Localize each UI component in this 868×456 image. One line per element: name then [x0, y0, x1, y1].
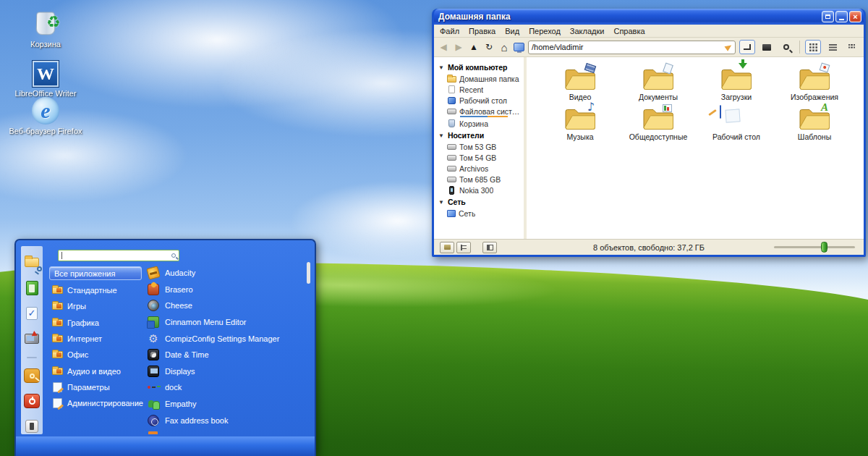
category-games[interactable]: Игры: [49, 298, 142, 314]
expander-icon[interactable]: ▼: [438, 64, 444, 71]
desktop-icon: [448, 97, 456, 104]
app-cinnamon-menu-editor[interactable]: Cinnamon Menu Editor: [148, 314, 305, 331]
sidebar-section-devices[interactable]: ▼Носители: [437, 129, 522, 141]
file-item-downloads[interactable]: Загрузки: [697, 64, 775, 101]
up-button[interactable]: ▲: [468, 43, 480, 51]
menu-edit[interactable]: Правка: [469, 27, 495, 35]
desktop-folder-icon: [720, 105, 721, 119]
open-terminal-button[interactable]: [759, 40, 775, 54]
sidebar-item-volume[interactable]: Том 53 GB: [437, 141, 522, 152]
category-internet[interactable]: Интернет: [49, 331, 142, 347]
disk-icon: [447, 144, 456, 150]
power-glyph: [29, 398, 35, 405]
app-date-time[interactable]: Date & Time: [148, 347, 305, 363]
file-view[interactable]: Видео Документы Загрузки Изображения: [527, 57, 864, 239]
sidebar-item-recent[interactable]: Recent: [437, 84, 522, 95]
desktop-icon-trash[interactable]: ♻ Корзина: [6, 9, 85, 48]
menu-file[interactable]: Файл: [440, 27, 459, 35]
minimize-button[interactable]: [835, 11, 848, 22]
menu-scrollbar[interactable]: [307, 262, 310, 284]
location-entry[interactable]: /home/vladimir: [528, 41, 736, 54]
category-administration[interactable]: Администрирование: [49, 395, 142, 411]
close-button[interactable]: ×: [849, 11, 861, 22]
expander-icon[interactable]: ▼: [438, 132, 444, 139]
sidebar-section-network[interactable]: ▼Сеть: [437, 195, 522, 208]
desktop-icon-writer[interactable]: W LibreOffice Writer: [6, 61, 85, 98]
file-item-templates[interactable]: A Шаблоны: [775, 104, 854, 141]
back-button[interactable]: ◀: [438, 43, 449, 51]
file-item-public[interactable]: Общедоступные: [619, 104, 697, 141]
find-files-button[interactable]: [23, 255, 41, 270]
edit-path-icon[interactable]: [725, 43, 733, 51]
software-manager-button[interactable]: [23, 280, 41, 295]
category-audio-video[interactable]: Аудио и видео: [49, 363, 142, 379]
start-menu: ✓ Все приложения Стандартные Игры График…: [14, 239, 316, 456]
notes-button[interactable]: ✓: [23, 305, 41, 321]
file-item-pictures[interactable]: Изображения: [775, 64, 854, 101]
app-dock[interactable]: dock: [148, 379, 305, 396]
category-accessories[interactable]: Стандартные: [49, 282, 142, 298]
category-label: Графика: [67, 318, 99, 327]
menu-go[interactable]: Переход: [529, 27, 561, 35]
app-displays[interactable]: Displays: [148, 363, 305, 380]
home-button[interactable]: ⌂: [498, 42, 510, 53]
toggle-location-icon: [744, 44, 751, 50]
file-item-documents[interactable]: Документы: [619, 64, 697, 101]
toggle-location-button[interactable]: [739, 40, 755, 54]
maximize-button[interactable]: [822, 11, 834, 22]
category-graphics[interactable]: Графика: [49, 315, 142, 331]
expander-icon[interactable]: ▼: [438, 199, 444, 206]
sidebar-item-home[interactable]: Домашняя папка: [437, 73, 522, 84]
session-button[interactable]: [23, 419, 41, 434]
app-audacity[interactable]: Audacity: [148, 265, 305, 282]
category-preferences[interactable]: Параметры: [49, 379, 142, 395]
app-cheese[interactable]: Cheese: [148, 297, 305, 314]
sidebar-item-volume[interactable]: Archivos: [437, 163, 522, 174]
app-fax-address-book[interactable]: Fax address book: [148, 412, 305, 428]
sidebar-item-volume[interactable]: Том 685 GB: [437, 174, 522, 185]
list-view-button[interactable]: [825, 40, 841, 54]
menu-search-input[interactable]: [62, 251, 171, 260]
power-icon: [24, 394, 40, 408]
titlebar[interactable]: Домашняя папка ×: [434, 9, 864, 25]
compact-view-button[interactable]: [844, 40, 860, 54]
reload-button[interactable]: ↻: [483, 43, 495, 51]
start-menu-footer: [16, 436, 315, 456]
category-office[interactable]: Офис: [49, 347, 142, 363]
file-item-desktop[interactable]: Рабочий стол: [697, 104, 775, 141]
file-label: Документы: [639, 93, 678, 101]
app-brasero[interactable]: Brasero: [148, 282, 305, 298]
list-view-icon: [829, 43, 837, 51]
menu-search-box[interactable]: [58, 250, 179, 261]
icon-view-button[interactable]: [805, 40, 821, 54]
audacity-icon: [146, 266, 161, 280]
menu-bookmarks[interactable]: Закладки: [570, 27, 605, 35]
sidebar-item-trash[interactable]: Корзина: [437, 118, 522, 129]
desktop-icon-firefox[interactable]: e Веб-браузер Firefox: [6, 97, 85, 135]
search-button[interactable]: [778, 40, 794, 54]
sidebar-item-desktop[interactable]: Рабочий стол: [437, 95, 522, 106]
sidebar-item-phone[interactable]: Nokia 300: [437, 185, 522, 195]
file-item-video[interactable]: Видео: [541, 64, 619, 101]
app-label: Date & Time: [165, 350, 209, 359]
zoom-slider-handle[interactable]: [821, 242, 827, 253]
menu-help[interactable]: Справка: [613, 27, 644, 35]
app-compizconfig[interactable]: ⚙CompizConfig Settings Manager: [148, 330, 305, 347]
lock-screen-button[interactable]: [23, 368, 41, 384]
sidebar-item-volume[interactable]: Том 54 GB: [437, 152, 522, 163]
application-list: Audacity Brasero Cheese Cinnamon Menu Ed…: [148, 265, 305, 428]
forward-button[interactable]: ▶: [453, 43, 464, 51]
sidebar-section-computer[interactable]: ▼Мой компьютер: [437, 61, 522, 73]
menu-view[interactable]: Вид: [505, 27, 519, 35]
app-empathy[interactable]: Empathy: [148, 396, 305, 413]
disk-usage-free: [488, 116, 508, 117]
computer-button[interactable]: [514, 43, 524, 51]
file-item-music[interactable]: ♪ Музыка: [541, 104, 619, 141]
sidebar-item-filesystem[interactable]: Файловая систе...: [437, 106, 522, 117]
sidebar-item-network[interactable]: Сеть: [437, 208, 522, 219]
shutdown-button[interactable]: [23, 394, 41, 409]
category-all-applications[interactable]: Все приложения: [49, 266, 142, 280]
zoom-slider[interactable]: [774, 246, 855, 248]
system-tools-button[interactable]: [23, 331, 41, 346]
disk-usage-bar: [460, 116, 508, 117]
